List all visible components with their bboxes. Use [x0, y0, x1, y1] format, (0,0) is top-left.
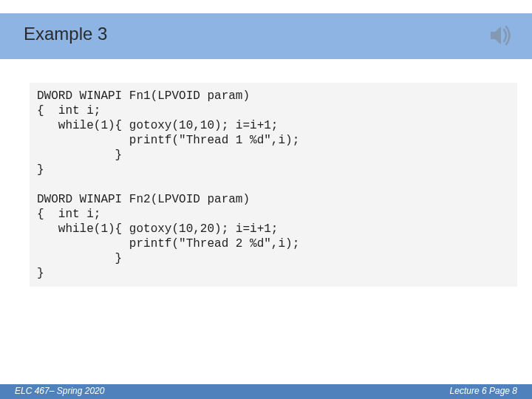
footer-left: ELC 467– Spring 2020	[15, 386, 104, 396]
slide-title: Example 3	[24, 24, 107, 44]
code-block: DWORD WINAPI Fn1(LPVOID param) { int i; …	[30, 83, 517, 287]
footer-right: Lecture 6 Page 8	[450, 386, 517, 396]
slide: Example 3 DWORD WINAPI Fn1(LPVOID param)…	[0, 0, 532, 399]
audio-icon[interactable]	[486, 21, 516, 50]
footer-band: ELC 467– Spring 2020 Lecture 6 Page 8	[0, 384, 532, 399]
title-band: Example 3	[0, 13, 532, 59]
